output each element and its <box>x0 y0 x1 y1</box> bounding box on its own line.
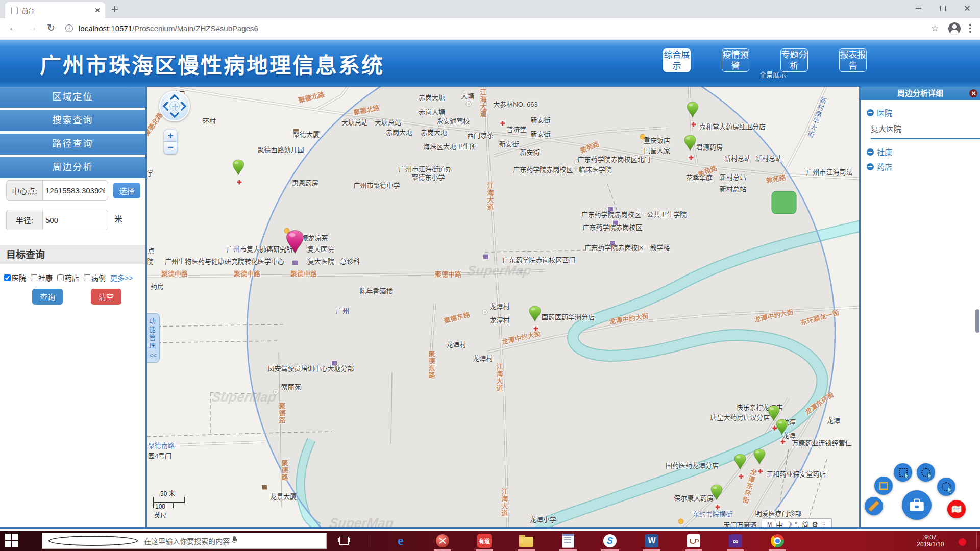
notification-badge[interactable] <box>959 538 966 546</box>
pharmacy-pin[interactable] <box>753 448 766 467</box>
query-button[interactable]: 查询 <box>32 289 63 305</box>
start-button[interactable] <box>5 534 19 548</box>
scrollbar-thumb[interactable] <box>975 309 979 333</box>
show-desktop-divider <box>976 533 977 549</box>
pharmacy-pin[interactable] <box>710 484 723 503</box>
center-point-label: 中心点: <box>6 180 42 201</box>
browser-tab[interactable]: 前台 <box>5 2 105 18</box>
collapse-minus-icon[interactable] <box>867 163 874 170</box>
forward-icon[interactable]: → <box>28 22 37 33</box>
header-tab-3[interactable]: 报表报告 <box>839 48 867 72</box>
window-close-button[interactable] <box>955 0 979 16</box>
site-info-icon[interactable]: i <box>65 24 73 32</box>
measure-area-button[interactable] <box>874 477 893 495</box>
zoom-in-button[interactable]: + <box>164 130 177 142</box>
cursor-icon <box>904 472 910 480</box>
tree-leaf-hospital[interactable]: 复大医院 <box>871 123 980 139</box>
bookmark-star-icon[interactable]: ☆ <box>931 23 939 34</box>
map-pan-control[interactable] <box>159 91 190 121</box>
collapse-minus-icon[interactable] <box>867 109 874 116</box>
target-checkbox-3[interactable]: 病例 <box>84 272 106 283</box>
building-icon <box>483 254 489 260</box>
screen: 前台 ← → ↻ i localhost:10571/Proscenium/Ma… <box>0 0 980 551</box>
header-tab-1[interactable]: 疫情预警 <box>722 48 749 72</box>
microphone-icon[interactable] <box>232 536 319 545</box>
ime-item-6[interactable]: ⋮ <box>821 520 828 527</box>
pharmacy-pin[interactable] <box>687 102 699 120</box>
ime-item-0[interactable]: M <box>766 521 773 528</box>
center-point-input[interactable] <box>42 180 108 201</box>
select-by-circle-button[interactable] <box>917 463 935 482</box>
ime-toolbar[interactable]: M中☽°,简⚙⋮ <box>762 518 832 527</box>
header-tab-0[interactable]: 综合展示 <box>663 48 691 72</box>
window-maximize-button[interactable] <box>931 0 954 16</box>
window-minimize-button[interactable] <box>906 0 930 16</box>
sidebar-menu-2[interactable]: 路径查询 <box>0 134 145 155</box>
measure-distance-button[interactable] <box>865 497 883 515</box>
target-checkbox-0[interactable]: 医院 <box>4 272 26 283</box>
target-checkbox-2[interactable]: 药店 <box>57 272 79 283</box>
pharmacy-pin[interactable] <box>529 306 541 324</box>
tree-node-hospital[interactable]: 医院 <box>867 107 980 118</box>
taskbar-icon-supermap[interactable]: S <box>600 532 620 549</box>
taskbar-icon-youdao[interactable]: 有道 <box>474 532 495 549</box>
ime-item-5[interactable]: ⚙ <box>812 520 818 527</box>
clear-map-button[interactable] <box>947 500 966 518</box>
more-link[interactable]: 更多>> <box>110 272 133 283</box>
select-by-polygon-button[interactable] <box>937 478 955 496</box>
sidebar-menu-0[interactable]: 区域定位 <box>0 87 145 108</box>
zoom-out-button[interactable]: − <box>164 142 177 154</box>
taskbar-icon-explorer[interactable] <box>516 532 536 549</box>
taskbar-clock[interactable]: 9:07 2019/1/10 <box>912 534 949 548</box>
teahouse-icon <box>640 134 646 140</box>
taskbar-icon-snip[interactable] <box>432 532 453 549</box>
taskbar-icon-java[interactable] <box>683 532 704 549</box>
collapse-minus-icon[interactable] <box>867 148 874 156</box>
ime-item-4[interactable]: 简 <box>802 519 809 527</box>
polygon-icon <box>879 482 888 490</box>
pharmacy-pin[interactable] <box>232 159 244 178</box>
toolbox-button[interactable] <box>902 490 932 520</box>
url-text[interactable]: localhost:10571/Proscenium/Main/ZHZS#sub… <box>79 24 258 33</box>
taskbar-icon-notepad[interactable] <box>558 532 578 549</box>
pan-center-icon[interactable] <box>169 101 180 111</box>
tree-node-label: 社康 <box>877 146 892 157</box>
tree-node-community[interactable]: 社康 <box>867 146 980 157</box>
hospital-pin[interactable] <box>286 230 304 256</box>
panel-close-icon[interactable] <box>969 89 977 97</box>
radius-input[interactable] <box>42 210 108 230</box>
reload-icon[interactable]: ↻ <box>47 22 55 34</box>
taskbar-icon-word[interactable]: W <box>642 532 662 549</box>
profile-avatar[interactable] <box>948 22 961 35</box>
function-manage-tab[interactable]: 功能管理 << <box>147 313 160 363</box>
browser-menu-icon[interactable] <box>969 24 971 34</box>
header-tab-2[interactable]: 专题分析 <box>780 48 808 72</box>
ime-item-3[interactable]: °, <box>795 520 800 527</box>
collapse-icon[interactable]: << <box>147 352 159 359</box>
taskbar-icon-chrome[interactable] <box>767 532 788 549</box>
red-cross-icon <box>689 156 694 160</box>
cursor-icon <box>947 486 953 494</box>
tree-node-pharmacy[interactable]: 药店 <box>867 161 980 172</box>
red-cross-icon <box>781 440 786 444</box>
select-center-button[interactable]: 选择 <box>113 183 140 198</box>
clear-button[interactable]: 清空 <box>91 289 121 305</box>
taskbar-search[interactable]: 在这里输入你要搜索的内容 <box>42 533 327 549</box>
select-by-rectangle-button[interactable] <box>894 463 912 482</box>
map-canvas[interactable]: 路口环村聚德北路聚德北路聚德北路赤岗大塘赤岗大塘大塘大参林NO. 663赤岗大塘… <box>147 87 861 527</box>
pharmacy-pin[interactable] <box>776 419 788 437</box>
back-icon[interactable]: ← <box>8 22 18 33</box>
task-view-button[interactable] <box>338 535 350 546</box>
bus-stop-icon <box>561 172 567 178</box>
sidebar-menu-1[interactable]: 搜索查询 <box>0 110 145 131</box>
pharmacy-pin[interactable] <box>734 454 746 472</box>
tab-close-icon[interactable] <box>94 7 101 14</box>
target-checkbox-1[interactable]: 社康 <box>31 272 53 283</box>
pharmacy-pin[interactable] <box>684 135 696 153</box>
ime-item-1[interactable]: 中 <box>776 519 783 527</box>
new-tab-button[interactable] <box>111 6 118 13</box>
taskbar-icon-edge[interactable]: e <box>390 532 411 549</box>
taskbar-icon-vstudio[interactable]: ∞ <box>725 532 746 549</box>
ime-item-2[interactable]: ☽ <box>786 520 792 527</box>
sidebar-menu-3[interactable]: 周边分析 <box>0 157 145 178</box>
